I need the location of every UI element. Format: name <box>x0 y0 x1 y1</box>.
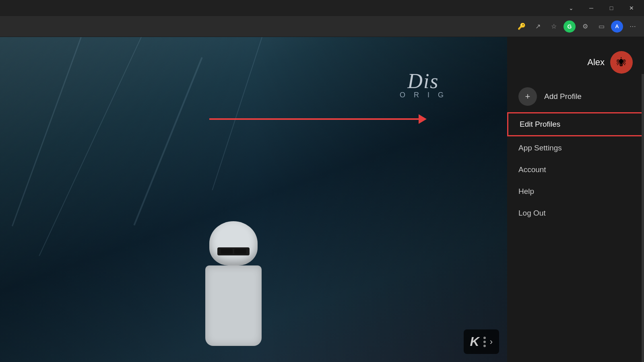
stormtrooper-body <box>205 265 262 346</box>
carousel-letter: K <box>470 334 479 349</box>
app-settings-button[interactable]: App Settings <box>507 137 644 159</box>
disney-logo-text: Dis <box>400 69 447 93</box>
arrow-annotation <box>209 114 427 124</box>
content-area: Dis O R I G K <box>0 37 507 362</box>
carousel-next-button[interactable]: › <box>490 337 493 347</box>
sidebar-icon[interactable]: ▭ <box>595 20 608 33</box>
titlebar-minimize-button[interactable]: ─ <box>582 2 601 14</box>
carousel-dot-2 <box>483 341 486 343</box>
profile-avatar[interactable]: 🕷 <box>610 51 633 74</box>
carousel-dots <box>483 337 486 347</box>
profile-dropdown-panel: Alex 🕷 + Add Profile Edit Profiles App S… <box>507 37 644 362</box>
disney-logo-area: Dis O R I G <box>400 69 447 99</box>
stormtrooper-eye-left <box>221 249 233 254</box>
key-icon[interactable]: 🔑 <box>515 20 528 33</box>
account-button[interactable]: Account <box>507 159 644 181</box>
carousel-dot-3 <box>483 345 486 347</box>
stormtrooper-visor <box>217 247 250 255</box>
stormtrooper-area <box>153 201 314 362</box>
arrow-line <box>209 118 419 120</box>
profile-name-label: Alex <box>587 57 605 68</box>
edit-profiles-button[interactable]: Edit Profiles <box>507 112 644 136</box>
carousel-dot-1 <box>483 337 486 339</box>
stormtrooper-eye-right <box>234 249 246 254</box>
titlebar-maximize-button[interactable]: □ <box>602 2 621 14</box>
add-profile-icon: + <box>518 87 537 106</box>
titlebar-close-button[interactable]: ✕ <box>622 2 641 14</box>
arrow-head <box>419 114 427 124</box>
log-out-button[interactable]: Log Out <box>507 202 644 224</box>
originals-text: O R I G <box>400 91 447 99</box>
browser-toolbar: 🔑 ↗ ☆ G ⚙ ▭ A ⋯ <box>0 16 644 37</box>
share-icon[interactable]: ↗ <box>531 20 544 33</box>
help-button[interactable]: Help <box>507 181 644 202</box>
stormtrooper-helmet <box>209 221 258 265</box>
more-options-icon[interactable]: ⋯ <box>626 20 639 33</box>
bookmark-icon[interactable]: ☆ <box>547 20 560 33</box>
browser-titlebar: ⌄ ─ □ ✕ <box>0 0 644 16</box>
titlebar-chevron-button[interactable]: ⌄ <box>562 2 580 14</box>
scrollbar[interactable] <box>642 74 644 362</box>
add-profile-label: Add Profile <box>544 92 582 101</box>
stormtrooper-figure <box>189 221 278 362</box>
puzzle-icon[interactable]: ⚙ <box>579 20 592 33</box>
main-area: Dis O R I G K <box>0 37 644 362</box>
add-profile-button[interactable]: + Add Profile <box>507 82 644 111</box>
profile-header: Alex 🕷 <box>507 45 644 82</box>
carousel-indicator[interactable]: K › <box>464 329 499 354</box>
user-avatar-toolbar[interactable]: A <box>611 21 623 33</box>
extension-green-icon[interactable]: G <box>564 21 576 33</box>
